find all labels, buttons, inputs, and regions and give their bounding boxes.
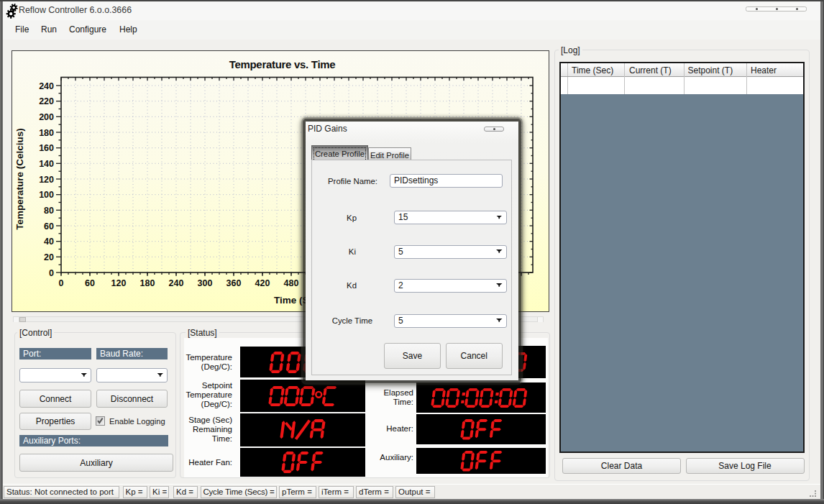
- svg-text:160: 160: [39, 143, 54, 153]
- svg-text:300: 300: [198, 278, 213, 288]
- svg-text:100: 100: [39, 190, 54, 200]
- svg-text:180: 180: [140, 278, 155, 288]
- svg-text:20: 20: [44, 252, 54, 262]
- svg-text:220: 220: [39, 96, 54, 106]
- svg-text:360: 360: [226, 278, 242, 288]
- svg-text:0: 0: [59, 278, 64, 288]
- svg-text:Temperature (Celcius): Temperature (Celcius): [14, 128, 25, 230]
- svg-text:0: 0: [49, 268, 54, 278]
- svg-text:60: 60: [85, 278, 95, 288]
- svg-text:Temperature vs. Time: Temperature vs. Time: [229, 58, 336, 70]
- svg-text:240: 240: [169, 278, 184, 288]
- svg-text:80: 80: [44, 206, 54, 216]
- svg-text:200: 200: [39, 112, 54, 122]
- svg-text:120: 120: [111, 278, 127, 288]
- svg-text:60: 60: [44, 221, 54, 232]
- svg-text:420: 420: [255, 278, 270, 288]
- svg-text:480: 480: [284, 278, 299, 288]
- svg-text:240: 240: [39, 81, 54, 91]
- svg-text:180: 180: [39, 128, 54, 138]
- svg-text:140: 140: [39, 159, 54, 169]
- svg-text:120: 120: [39, 175, 54, 185]
- svg-text:40: 40: [44, 237, 54, 247]
